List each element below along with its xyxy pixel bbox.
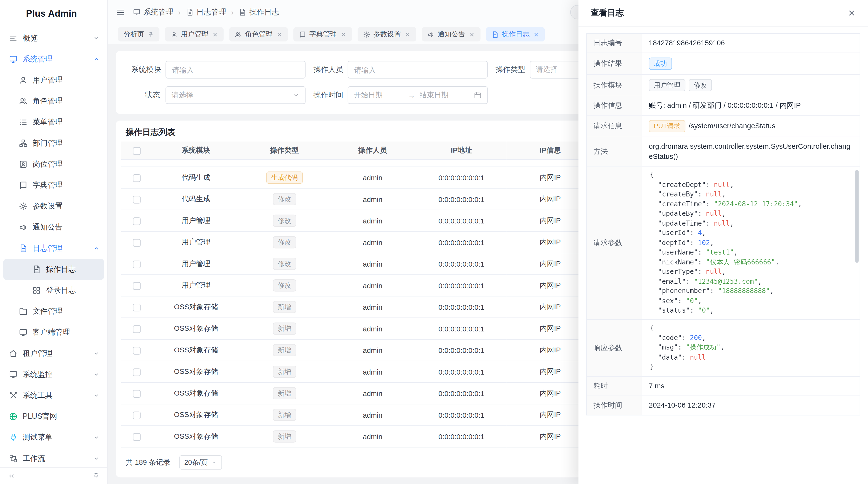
close-tab-icon[interactable]	[404, 31, 410, 37]
detail-row-time: 操作时间 2024-10-06 12:20:37	[587, 396, 860, 415]
tab-dict-mgmt[interactable]: 字典管理	[293, 27, 352, 41]
row-checkbox[interactable]	[133, 196, 140, 203]
row-checkbox[interactable]	[133, 325, 140, 333]
sidebar-item-test-menu[interactable]: 测试菜单	[3, 427, 104, 448]
sidebar-item-dict-mgmt[interactable]: 字典管理	[3, 175, 104, 196]
table-title: 操作日志列表	[126, 127, 176, 138]
tab-role-mgmt[interactable]: 角色管理	[229, 27, 287, 41]
row-checkbox[interactable]	[133, 347, 140, 354]
row-checkbox[interactable]	[133, 303, 140, 311]
tab-operation-log[interactable]: 操作日志	[486, 27, 545, 41]
sidebar-item-plus-website[interactable]: PLUS官网	[3, 406, 104, 427]
column-header-ip[interactable]: IP地址	[416, 141, 506, 160]
row-checkbox[interactable]	[133, 368, 140, 376]
sidebar-item-dept-mgmt[interactable]: 部门管理	[3, 133, 104, 154]
sidebar-item-label: 岗位管理	[33, 159, 62, 169]
close-tab-icon[interactable]	[212, 31, 218, 37]
column-header-module[interactable]: 系统模块	[152, 141, 240, 160]
tab-user-mgmt[interactable]: 用户管理	[165, 27, 223, 41]
sidebar-item-system-tools[interactable]: 系统工具	[3, 385, 104, 406]
page-size-select[interactable]: 20条/页	[179, 455, 222, 470]
cell-module: OSS对象存储	[152, 404, 240, 425]
type-tag: 新增	[273, 387, 296, 399]
drawer-title: 查看日志	[591, 8, 624, 18]
pin-icon[interactable]	[148, 31, 154, 37]
sidebar-item-param-settings[interactable]: 参数设置	[3, 196, 104, 217]
close-tab-icon[interactable]	[533, 31, 539, 37]
close-tab-icon[interactable]	[276, 31, 282, 37]
status-select[interactable]: 请选择	[165, 86, 306, 104]
chevron-down-icon	[93, 392, 100, 399]
cell-module: OSS对象存储	[152, 383, 240, 404]
cell-ip: 0:0:0:0:0:0:0:1	[416, 404, 506, 425]
sidebar-item-client-mgmt[interactable]: 客户端管理	[3, 322, 104, 343]
row-checkbox[interactable]	[133, 217, 140, 225]
app-logo[interactable]: Plus Admin	[0, 0, 107, 27]
column-header-type[interactable]: 操作类型	[240, 141, 329, 160]
breadcrumb-item-system-mgmt[interactable]: 系统管理	[133, 7, 173, 17]
type-tag: 新增	[273, 323, 296, 334]
sidebar-item-tenant-mgmt[interactable]: 租户管理	[3, 343, 104, 364]
sidebar-item-workflow[interactable]: 工作流	[3, 448, 104, 467]
row-checkbox[interactable]	[133, 390, 140, 397]
type-tag: 修改	[273, 258, 296, 270]
sidebar-item-file-mgmt[interactable]: 文件管理	[3, 301, 104, 322]
hamburger-menu-icon[interactable]	[116, 7, 125, 17]
close-tab-icon[interactable]	[468, 31, 474, 37]
row-checkbox[interactable]	[133, 239, 140, 247]
tree-icon	[19, 139, 28, 148]
sidebar-item-role-mgmt[interactable]: 角色管理	[3, 91, 104, 111]
home-icon	[9, 349, 18, 358]
close-tab-icon[interactable]	[340, 31, 346, 37]
breadcrumb-item-log-mgmt[interactable]: 日志管理	[186, 7, 226, 17]
sidebar-item-log-mgmt[interactable]: 日志管理	[3, 238, 104, 259]
tab-analysis[interactable]: 分析页	[118, 27, 159, 41]
cell-operator: admin	[329, 231, 416, 253]
sidebar-item-system-monitor[interactable]: 系统监控	[3, 364, 104, 385]
operator-input[interactable]	[348, 61, 488, 78]
cell-operator: admin	[329, 167, 416, 188]
module-input[interactable]	[165, 61, 306, 78]
detail-row-response-params: 响应参数 { "code": 200, "msg": "操作成功", "data…	[587, 320, 860, 376]
sidebar-item-menu-mgmt[interactable]: 菜单管理	[3, 112, 104, 133]
sidebar-item-label: 通知公告	[33, 223, 62, 232]
cell-operator: admin	[329, 210, 416, 231]
module-tag: 用户管理	[649, 79, 685, 91]
sidebar-item-user-mgmt[interactable]: 用户管理	[3, 70, 104, 91]
chevron-up-icon	[93, 245, 100, 252]
chevron-down-icon	[293, 92, 300, 99]
filter-label: 操作人员	[313, 65, 342, 74]
row-checkbox[interactable]	[133, 174, 140, 182]
breadcrumb-separator: ›	[231, 8, 234, 17]
sidebar-item-post-mgmt[interactable]: 岗位管理	[3, 154, 104, 175]
cell-ip: 0:0:0:0:0:0:0:1	[416, 167, 506, 188]
sidebar-item-overview[interactable]: 概览	[3, 28, 104, 49]
pin-sidebar-icon[interactable]	[92, 473, 100, 480]
cell-ip: 0:0:0:0:0:0:0:1	[416, 188, 506, 210]
row-checkbox[interactable]	[133, 412, 140, 419]
sidebar-item-operation-log[interactable]: 操作日志	[3, 259, 104, 280]
sidebar-item-label: 系统工具	[23, 390, 53, 400]
breadcrumb-item-operation-log[interactable]: 操作日志	[239, 7, 279, 17]
close-icon[interactable]	[847, 9, 856, 17]
type-tag: 新增	[273, 409, 296, 421]
sidebar-item-notice[interactable]: 通知公告	[3, 217, 104, 238]
cell-operator: admin	[329, 361, 416, 382]
select-all-checkbox[interactable]	[133, 147, 140, 155]
sidebar-item-system-mgmt[interactable]: 系统管理	[3, 49, 104, 70]
tab-notice[interactable]: 通知公告	[422, 27, 480, 41]
collapse-sidebar-icon[interactable]	[8, 473, 15, 480]
sidebar-item-login-log[interactable]: 登录日志	[3, 280, 104, 301]
monitor-icon	[19, 328, 28, 337]
date-range-picker[interactable]: 开始日期 → 结束日期	[348, 86, 488, 104]
column-header-operator[interactable]: 操作人员	[329, 141, 416, 160]
workflow-icon	[9, 454, 18, 463]
row-checkbox[interactable]	[133, 433, 140, 441]
globe-icon	[9, 412, 18, 421]
request-params-value[interactable]: { "createDept": null, "createBy": null, …	[642, 167, 860, 319]
scrollbar-thumb[interactable]	[855, 170, 859, 263]
detail-row-module: 操作模块 用户管理 修改	[587, 75, 860, 96]
row-checkbox[interactable]	[133, 260, 140, 268]
tab-param-settings[interactable]: 参数设置	[357, 27, 416, 41]
row-checkbox[interactable]	[133, 282, 140, 290]
